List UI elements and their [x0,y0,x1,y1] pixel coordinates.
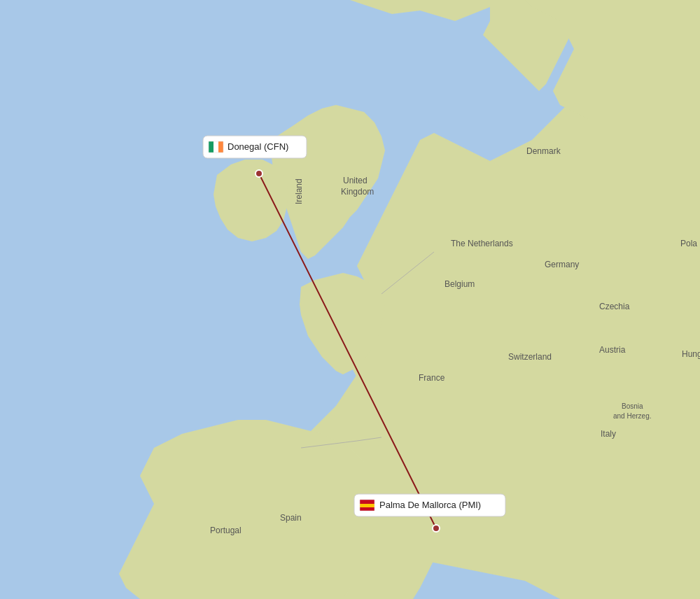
svg-text:Denmark: Denmark [526,146,561,156]
svg-text:France: France [419,373,445,383]
svg-text:and Herzeg.: and Herzeg. [613,412,651,420]
svg-rect-24 [209,141,214,153]
svg-text:Ireland: Ireland [294,178,304,204]
svg-text:Czechia: Czechia [599,302,630,311]
svg-text:Italy: Italy [601,429,616,439]
svg-text:Austria: Austria [599,345,626,355]
svg-text:Germany: Germany [545,260,579,269]
svg-text:Switzerland: Switzerland [508,352,552,362]
svg-point-22 [433,525,440,532]
map-container: Ireland United Kingdom The Netherlands D… [0,0,700,599]
svg-text:Spain: Spain [280,513,302,523]
svg-rect-26 [218,141,223,153]
svg-text:Portugal: Portugal [210,526,241,535]
svg-text:Kingdom: Kingdom [341,187,374,197]
svg-rect-31 [360,504,374,507]
svg-text:Donegal (CFN): Donegal (CFN) [227,141,288,152]
svg-rect-25 [214,141,218,153]
svg-text:Bosnia: Bosnia [622,402,643,410]
svg-text:The Netherlands: The Netherlands [451,239,513,248]
svg-text:Palma De Mallorca (PMI): Palma De Mallorca (PMI) [379,500,481,510]
svg-text:Hung: Hung [682,349,700,359]
svg-text:Belgium: Belgium [444,279,475,289]
svg-point-21 [255,170,262,177]
svg-text:Pola: Pola [680,239,697,248]
svg-text:United: United [343,176,368,185]
